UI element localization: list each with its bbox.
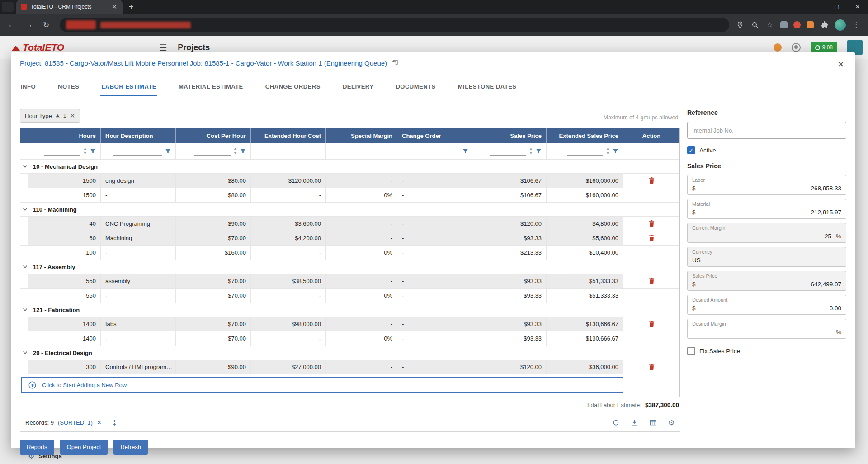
cell-sales[interactable]: $120.00 xyxy=(473,360,547,374)
collapse-chevron-icon[interactable] xyxy=(20,346,29,360)
field-value[interactable]: 642,499.07 xyxy=(698,281,841,288)
project-title-link[interactable]: Project: 81585 - Cargo-Vator/Mast Lift M… xyxy=(20,59,387,67)
cell-margin[interactable]: - xyxy=(326,274,397,289)
column-chooser-icon[interactable] xyxy=(650,419,656,426)
cell-desc[interactable]: fabs xyxy=(101,317,176,331)
cell-extSales[interactable]: $160,000.00 xyxy=(547,174,623,188)
menu-toggle-icon[interactable]: ☰ xyxy=(159,43,167,53)
filter-funnel-icon[interactable] xyxy=(536,148,542,154)
fix-sales-price-checkbox[interactable] xyxy=(687,347,695,355)
field-current-margin[interactable]: Current Margin25% xyxy=(687,223,846,243)
cell-desc[interactable]: CNC Programing xyxy=(101,217,176,231)
collapse-chevron-icon[interactable] xyxy=(20,260,29,274)
cell-cost[interactable]: $90.00 xyxy=(176,217,251,231)
bookmark-star-icon[interactable]: ☆ xyxy=(765,20,774,29)
collapse-chevron-icon[interactable] xyxy=(20,303,29,317)
cell-co[interactable]: - xyxy=(397,217,473,231)
remove-group-icon[interactable]: ✕ xyxy=(70,112,75,119)
cell-sales[interactable]: $120.00 xyxy=(473,217,547,231)
cell-cost[interactable]: $90.00 xyxy=(176,360,251,374)
refresh-grid-icon[interactable] xyxy=(613,419,619,426)
cell-extSales[interactable]: $51,333.33 xyxy=(547,274,623,289)
tab-documents[interactable]: DOCUMENTS xyxy=(395,80,436,96)
cell-hours[interactable]: 60 xyxy=(28,231,101,246)
cell-margin[interactable]: - xyxy=(326,317,397,331)
filter-funnel-icon[interactable] xyxy=(240,148,246,154)
copy-icon[interactable] xyxy=(392,60,398,68)
delete-row-icon[interactable] xyxy=(649,220,655,227)
group-header-row[interactable]: 121 - Fabrication xyxy=(20,303,679,317)
dialog-close-icon[interactable]: ✕ xyxy=(835,59,846,70)
group-chip-hour-type[interactable]: Hour Type 1 ✕ xyxy=(20,109,80,123)
field-value[interactable]: 0.00 xyxy=(698,305,841,312)
cell-desc[interactable]: Machining xyxy=(101,231,176,246)
field-value[interactable]: 268,958.33 xyxy=(698,185,841,192)
filter-input-sales-price[interactable] xyxy=(490,147,526,156)
cell-cost[interactable]: $80.00 xyxy=(176,174,251,188)
browser-profile-avatar[interactable] xyxy=(835,19,846,31)
tab-change-orders[interactable]: CHANGE ORDERS xyxy=(264,80,321,96)
filter-input-hours[interactable] xyxy=(44,147,80,156)
filter-input-extended-sales[interactable] xyxy=(567,147,603,156)
tab-delivery[interactable]: DELIVERY xyxy=(342,80,375,96)
field-currency[interactable]: CurrencyUS xyxy=(687,247,846,267)
delete-row-icon[interactable] xyxy=(649,364,655,370)
cell-hours[interactable]: 550 xyxy=(28,274,101,289)
reload-button[interactable]: ↻ xyxy=(39,18,53,32)
col-header-sales-price[interactable]: Sales Price xyxy=(473,128,547,143)
add-new-row-button[interactable]: Click to Start Adding a New Row xyxy=(21,377,623,393)
field-value[interactable]: US xyxy=(692,257,841,264)
cell-co[interactable]: - xyxy=(397,274,473,289)
refresh-button[interactable]: Refresh xyxy=(113,440,148,455)
cell-sales[interactable]: $93.33 xyxy=(473,274,547,289)
cell-co[interactable]: - xyxy=(397,174,473,188)
tab-milestone-dates[interactable]: MILESTONE DATES xyxy=(457,80,518,96)
cell-hours[interactable]: 40 xyxy=(28,217,101,231)
cell-sales[interactable]: $106.67 xyxy=(473,174,547,188)
tab-material-estimate[interactable]: MATERIAL ESTIMATE xyxy=(178,80,244,96)
cell-co[interactable]: - xyxy=(397,360,473,374)
cell-hours[interactable]: 1400 xyxy=(28,317,101,331)
collapse-chevron-icon[interactable] xyxy=(20,160,29,174)
extension-icon[interactable] xyxy=(807,21,814,28)
back-button[interactable]: ← xyxy=(5,18,19,32)
cell-hours[interactable]: 1500 xyxy=(28,174,101,188)
open-project-button[interactable]: Open Project xyxy=(60,440,108,455)
cell-margin[interactable]: - xyxy=(326,360,397,374)
tab-search-icon[interactable] xyxy=(2,2,14,12)
cell-margin[interactable]: - xyxy=(326,174,397,188)
sort-spinner-icon[interactable] xyxy=(606,148,610,154)
filter-input-description[interactable] xyxy=(113,147,162,156)
active-checkbox-row[interactable]: ✓ Active xyxy=(687,146,846,154)
download-icon[interactable] xyxy=(631,419,638,426)
cell-extSales[interactable]: $5,600.00 xyxy=(547,231,623,246)
col-header-hours[interactable]: Hours xyxy=(28,128,101,143)
col-header-change-order[interactable]: Change Order xyxy=(397,128,473,143)
reports-button[interactable]: Reports xyxy=(20,440,54,455)
clear-sort-icon[interactable]: ✕ xyxy=(97,419,102,426)
field-sales-price[interactable]: Sales Price$642,499.07 xyxy=(687,271,846,291)
tab-info[interactable]: INFO xyxy=(20,80,37,96)
sort-spinner-icon[interactable] xyxy=(233,148,237,154)
extension-icon[interactable] xyxy=(780,21,788,28)
cell-hours[interactable]: 300 xyxy=(28,360,101,374)
grid-settings-icon[interactable]: ⚙ xyxy=(668,418,675,427)
filter-funnel-icon[interactable] xyxy=(165,148,171,154)
zoom-icon[interactable] xyxy=(750,20,760,29)
field-labor[interactable]: Labor$268,958.33 xyxy=(687,175,846,195)
field-material[interactable]: Material$212,915.97 xyxy=(687,199,846,219)
filter-funnel-icon[interactable] xyxy=(90,148,96,154)
address-bar[interactable] xyxy=(60,18,729,32)
cell-cost[interactable]: $70.00 xyxy=(176,274,251,289)
user-icon[interactable] xyxy=(792,43,801,52)
extensions-puzzle-icon[interactable] xyxy=(820,20,829,29)
forward-button[interactable]: → xyxy=(22,18,36,32)
cell-extSales[interactable]: $4,800.00 xyxy=(547,217,623,231)
cell-cost[interactable]: $70.00 xyxy=(176,317,251,331)
col-header-extended-hour-cost[interactable]: Extended Hour Cost xyxy=(251,128,326,143)
timer-button[interactable]: 9:08 xyxy=(811,42,837,53)
cell-extSales[interactable]: $36,000.00 xyxy=(547,360,623,374)
cell-sales[interactable]: $93.33 xyxy=(473,317,547,331)
cell-ext[interactable]: $4,200.00 xyxy=(251,231,326,246)
window-close-button[interactable]: ✕ xyxy=(847,0,868,14)
